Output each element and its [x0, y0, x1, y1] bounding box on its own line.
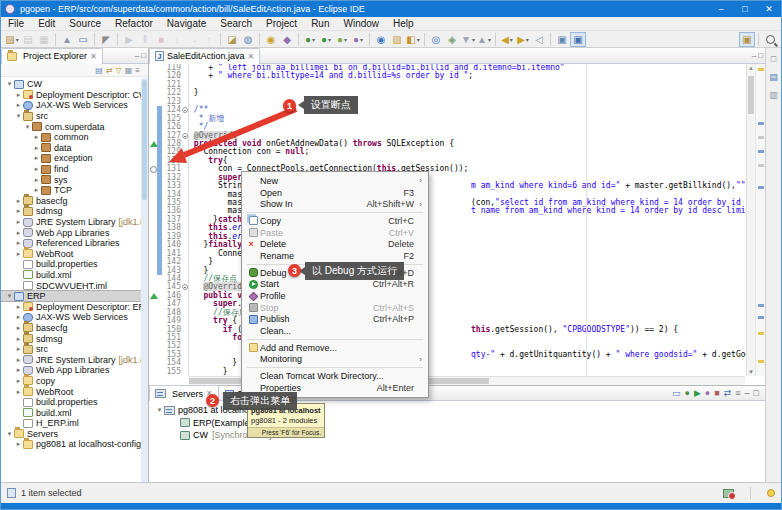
minimize-window-button[interactable]: – — [709, 1, 733, 17]
expander-icon[interactable]: ▸ — [14, 91, 23, 99]
menu-navigate[interactable]: Navigate — [160, 17, 213, 31]
tree-item-pg8081-at-localhost-config[interactable]: ▸pg8081 at localhost-config — [1, 439, 148, 450]
maximize-icon[interactable]: □ — [754, 388, 759, 398]
external-tools-icon[interactable]: ◆ — [279, 32, 295, 47]
menu-source[interactable]: Source — [62, 17, 108, 31]
menu-item-copy[interactable]: CopyCtrl+C — [242, 215, 428, 227]
mark-occurrences-icon[interactable]: ◪ — [224, 32, 240, 47]
notification-bulb-icon[interactable] — [767, 489, 775, 497]
web-browser-icon[interactable]: ◉ — [373, 32, 389, 47]
tree-item-com-superdata[interactable]: ▾com.superdata — [1, 121, 148, 132]
fold-collapse-icon[interactable] — [182, 107, 188, 113]
highlight-icon[interactable]: ◧▾ — [405, 32, 421, 47]
tree-item-h-erp-iml[interactable]: H_ERP.iml — [1, 418, 148, 429]
start-server-icon[interactable]: ▶ — [694, 388, 701, 398]
tree-item-sdcwvueht-iml[interactable]: SDCWVUEHT.iml — [1, 280, 148, 291]
step-into-icon[interactable]: ↓ — [169, 32, 185, 47]
expander-icon[interactable]: ▾ — [14, 112, 23, 120]
pin-editor-icon[interactable]: ▣ — [570, 32, 586, 47]
menu-search[interactable]: Search — [213, 17, 259, 31]
forward-icon[interactable]: ▶▾ — [515, 32, 531, 47]
save-icon[interactable]: ▤ — [20, 32, 36, 47]
menu-run[interactable]: Run — [304, 17, 336, 31]
open-type-icon[interactable]: ◎ — [428, 32, 444, 47]
fold-collapse-icon[interactable] — [182, 284, 188, 290]
publish-server-icon[interactable]: ⇄ — [724, 388, 732, 398]
skip-breakpoints-icon[interactable]: ◍ — [240, 32, 256, 47]
expander-icon[interactable]: ▸ — [14, 101, 23, 109]
terminate-icon[interactable]: ■ — [153, 32, 169, 47]
menu-item-show-in[interactable]: Show InAlt+Shift+W› — [242, 198, 428, 210]
menu-item-start[interactable]: StartCtrl+Alt+R — [242, 279, 428, 291]
open-console-icon[interactable]: ▭ — [75, 32, 91, 47]
coverage-icon[interactable]: ●▾ — [334, 32, 350, 47]
ruler-mark[interactable] — [758, 360, 764, 363]
collapse-all-icon[interactable]: ▤ — [95, 66, 103, 75]
ruler-mark[interactable] — [758, 136, 764, 139]
close-icon[interactable]: ✕ — [248, 52, 255, 61]
fold-collapse-icon[interactable] — [182, 133, 188, 139]
tree-item-sys[interactable]: ▸sys — [1, 174, 148, 185]
task-list-icon[interactable]: ▥ — [769, 90, 778, 100]
menu-item-add-and-remove-[interactable]: Add and Remove... — [242, 342, 428, 354]
editor-gutter[interactable]: 1191201211221231241251261271281291301311… — [149, 64, 189, 376]
ruler-mark[interactable] — [758, 304, 764, 307]
run-icon[interactable]: ●▾ — [318, 32, 334, 47]
debug-icon[interactable]: ●▾ — [302, 32, 318, 47]
filter-icon[interactable]: ▽ — [116, 66, 122, 75]
expander-icon[interactable]: ▾ — [155, 406, 164, 414]
tree-item-web-app-libraries[interactable]: ▸Web App Libraries — [1, 227, 148, 238]
tree-item-src[interactable]: ▾src — [1, 111, 148, 122]
menu-window[interactable]: Window — [336, 17, 386, 31]
debug-server-icon[interactable]: ● — [685, 388, 690, 398]
expander-icon[interactable]: ▸ — [32, 133, 41, 141]
expander-icon[interactable]: ▸ — [14, 303, 23, 311]
search-icon[interactable] — [762, 32, 778, 47]
menu-project[interactable]: Project — [259, 17, 304, 31]
java-search-icon[interactable]: ◈ — [444, 32, 460, 47]
ruler-mark[interactable] — [758, 150, 764, 153]
menu-edit[interactable]: Edit — [31, 17, 62, 31]
maximize-view-icon[interactable]: □ — [141, 51, 146, 60]
tree-item-src[interactable]: ▸src — [1, 344, 148, 355]
menu-item-publish[interactable]: PublishCtrl+Alt+P — [242, 314, 428, 326]
step-return-icon[interactable]: ↑ — [201, 32, 217, 47]
expander-icon[interactable]: ▸ — [14, 239, 23, 247]
menu-item-profile[interactable]: Profile — [242, 290, 428, 302]
expander-icon[interactable]: ▸ — [14, 335, 23, 343]
step-over-icon[interactable]: → — [185, 32, 201, 47]
minimize-icon[interactable]: – — [745, 388, 750, 398]
menu-item-paste[interactable]: PasteCtrl+V — [242, 227, 428, 239]
tree-item-find[interactable]: ▸find — [1, 164, 148, 175]
expander-icon[interactable]: ▸ — [14, 366, 23, 374]
build-all-icon[interactable]: ▲ — [59, 32, 75, 47]
tree-item-build-xml[interactable]: build.xml — [1, 270, 148, 281]
tree-item-build-properties[interactable]: build.properties — [1, 259, 148, 270]
tree-item-exception[interactable]: ▸exception — [1, 153, 148, 164]
expander-icon[interactable]: ▸ — [14, 218, 23, 226]
tree-item-build-properties[interactable]: build.properties — [1, 397, 148, 408]
expander-icon[interactable]: ▸ — [14, 229, 23, 237]
tree-item-cw[interactable]: ▾CW — [1, 79, 148, 90]
expander-icon[interactable]: ▾ — [5, 292, 14, 300]
expander-icon[interactable]: ▸ — [32, 186, 41, 194]
menu-item-delete[interactable]: ×DeleteDelete — [242, 238, 428, 250]
expander-icon[interactable]: ▾ — [5, 80, 14, 88]
tree-item-erp[interactable]: ▾ERP — [1, 291, 148, 302]
link-with-editor-icon[interactable]: ⇄ — [106, 66, 113, 75]
expander-icon[interactable]: ▸ — [14, 388, 23, 396]
expander-icon[interactable]: ▸ — [32, 154, 41, 162]
prev-annotation-icon[interactable]: ▲▾ — [476, 32, 492, 47]
maximize-editor-icon[interactable]: □ — [758, 51, 763, 60]
tree-item-sdmsg[interactable]: ▸sdmsg — [1, 206, 148, 217]
resume-icon[interactable]: ▶ — [121, 32, 137, 47]
close-window-button[interactable]: ✕ — [757, 1, 781, 17]
tree-item-deployment-descriptor-erp[interactable]: ▸Deployment Descriptor: ERP — [1, 301, 148, 312]
next-annotation-icon[interactable]: ▼▾ — [460, 32, 476, 47]
expander-icon[interactable]: ▸ — [14, 313, 23, 321]
profile-icon[interactable]: ●▾ — [350, 32, 366, 47]
select-mode-icon[interactable]: ◤ — [98, 32, 114, 47]
expander-icon[interactable]: ▸ — [14, 440, 23, 448]
menu-item-stop[interactable]: StopCtrl+Alt+S — [242, 302, 428, 314]
stop-server-icon[interactable]: ■ — [714, 388, 719, 398]
